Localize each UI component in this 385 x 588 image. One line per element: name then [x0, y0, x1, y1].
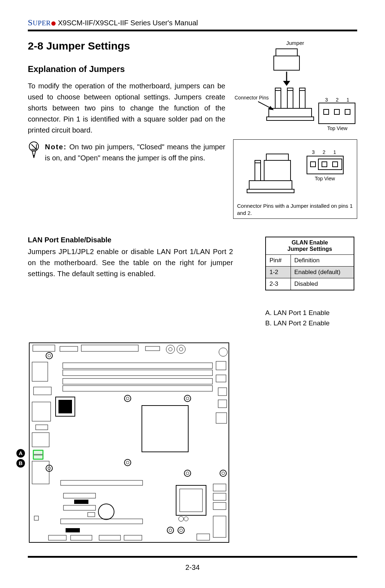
svg-text:Connector Pins: Connector Pins	[235, 95, 269, 100]
model-line: X9SCM-IIF/X9SCL-IIF Series User's Manual	[58, 19, 198, 27]
section-subtitle: Explanation of Jumpers	[28, 64, 225, 74]
svg-rect-35	[29, 343, 229, 542]
glan-header: GLAN Enable Jumper Settings	[266, 237, 354, 255]
svg-rect-10	[299, 88, 305, 91]
svg-rect-20	[249, 181, 292, 189]
lan-title: LAN Port Enable/Disable	[28, 236, 233, 244]
note-text: Note: On two pin jumpers, "Closed" means…	[45, 141, 225, 164]
explanation-paragraph: To modify the operation of the mother­bo…	[28, 81, 225, 136]
note-body: On two pin jumpers, "Closed" means the j…	[45, 143, 225, 162]
svg-rect-17	[334, 109, 339, 114]
svg-rect-18	[345, 109, 350, 114]
installed-caption: Connector Pins with a Jumper installed o…	[237, 202, 353, 216]
brand-logo: SUPER	[28, 18, 51, 27]
jumper-highlight-icon	[33, 450, 43, 460]
legend-a: A. LAN Port 1 Enable	[265, 308, 357, 318]
r2c2: Disabled	[291, 278, 354, 290]
svg-rect-82	[58, 400, 72, 413]
svg-text:Top View: Top View	[327, 125, 348, 131]
svg-rect-32	[322, 162, 327, 167]
jumper-diagram-installed: 3 2 1 Top View Connector Pins with a Jum…	[233, 139, 357, 219]
footer-rule	[28, 556, 357, 558]
svg-rect-8	[287, 88, 293, 91]
svg-rect-33	[333, 162, 338, 167]
note-label: Note:	[45, 143, 67, 151]
lan-paragraph: Jumpers JPL1/JPL2 enable or disable LAN …	[28, 246, 233, 279]
svg-text:1: 1	[333, 149, 336, 155]
legend-b: B. LAN Port 2 Enable	[265, 318, 357, 328]
marker-a: A	[16, 449, 25, 458]
glan-h2: Jumper Settings	[287, 246, 332, 252]
svg-rect-1	[276, 49, 297, 56]
svg-text:1: 1	[346, 97, 349, 103]
svg-rect-4	[267, 117, 314, 120]
page-header: SUPER X9SCM-IIF/X9SCL-IIF Series User's …	[28, 18, 357, 27]
svg-text:2: 2	[323, 149, 325, 155]
col-def: Definition	[291, 255, 354, 267]
svg-rect-30	[310, 162, 315, 167]
r1c1: 1-2	[266, 267, 291, 278]
svg-rect-3	[269, 108, 312, 117]
svg-rect-16	[324, 109, 329, 114]
svg-rect-21	[247, 189, 294, 193]
jumper-diagram-top: Connector Pins 3 2 1 Top View	[233, 46, 357, 135]
svg-text:3: 3	[312, 149, 315, 155]
glan-table: GLAN Enable Jumper Settings Pin# Definit…	[265, 237, 354, 290]
svg-rect-23	[255, 160, 261, 163]
brand-dot-icon	[51, 21, 56, 26]
brand-s: S	[28, 18, 33, 27]
svg-rect-9	[299, 90, 305, 108]
r2c1: 2-3	[266, 278, 291, 290]
svg-rect-25	[264, 160, 291, 181]
brand-rest: UPER	[33, 19, 51, 27]
svg-rect-101	[66, 528, 80, 532]
note-row: Note: On two pin jumpers, "Closed" means…	[28, 141, 225, 164]
svg-text:2: 2	[336, 97, 339, 103]
glan-h1: GLAN Enable	[292, 239, 328, 246]
svg-rect-22	[255, 162, 261, 181]
svg-rect-5	[275, 90, 281, 108]
marker-b: B	[16, 459, 25, 468]
page-number: 2-34	[28, 563, 357, 572]
col-pin: Pin#	[266, 255, 291, 267]
svg-text:Top View: Top View	[315, 176, 335, 181]
svg-text:3: 3	[325, 97, 328, 103]
header-rule	[28, 30, 357, 31]
svg-rect-6	[275, 88, 281, 91]
motherboard-diagram	[28, 341, 231, 545]
pencil-icon	[28, 141, 40, 159]
jumper-label: Jumper	[233, 40, 357, 46]
svg-rect-24	[266, 154, 288, 160]
legend: A. LAN Port 1 Enable B. LAN Port 2 Enabl…	[265, 308, 357, 329]
section-title: 2-8 Jumper Settings	[28, 40, 225, 52]
svg-rect-7	[287, 90, 293, 108]
svg-rect-2	[274, 56, 299, 70]
r1c2: Enabled (default)	[291, 267, 354, 278]
svg-rect-100	[74, 500, 88, 504]
